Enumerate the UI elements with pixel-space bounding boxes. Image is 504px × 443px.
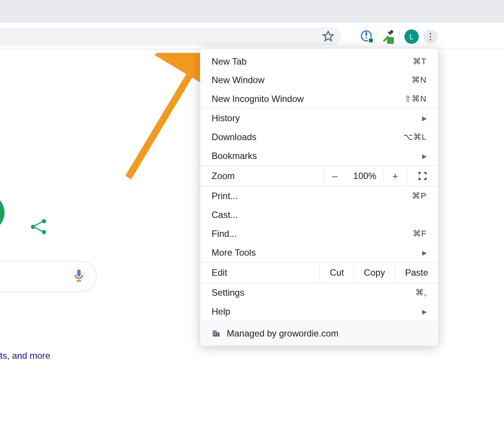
zoom-label: Zoom [200,171,323,181]
address-bar[interactable] [0,28,341,46]
svg-rect-16 [215,333,216,333]
zoom-percent: 100% [346,171,384,181]
menu-edit-row: Edit Cut Copy Paste [200,262,438,283]
extension-icon-2-eyedropper[interactable] [381,29,394,42]
menu-more-tools[interactable]: More Tools ▶ [200,243,438,262]
svg-marker-0 [323,31,333,41]
menu-managed-by[interactable]: Managed by growordie.com [200,321,438,346]
svg-rect-12 [217,332,220,336]
svg-rect-2 [366,32,367,36]
svg-rect-18 [215,334,216,335]
menu-zoom-row: Zoom – 100% + [200,165,438,187]
avatar-letter: L [409,32,413,41]
building-icon [212,329,221,338]
svg-rect-13 [214,331,214,332]
menu-new-window[interactable]: New Window ⌘N [200,71,438,90]
menu-new-tab[interactable]: New Tab ⌘T [200,49,438,71]
footer-link-fragment[interactable]: ts, and more [0,350,50,361]
share-icon[interactable] [31,219,46,234]
submenu-arrow-icon: ▶ [422,115,427,122]
extension-icon-1[interactable] [360,29,373,42]
svg-rect-14 [215,331,216,332]
menu-find[interactable]: Find... ⌘F [200,224,438,243]
google-search-input[interactable] [0,261,97,292]
menu-settings[interactable]: Settings ⌘, [200,283,438,302]
profile-avatar[interactable]: L [404,29,419,44]
google-logo-fragment: e [0,162,5,262]
zoom-out-button[interactable]: – [323,166,346,186]
fullscreen-button[interactable] [406,166,438,186]
submenu-arrow-icon: ▶ [422,308,427,315]
svg-rect-17 [214,334,214,335]
svg-rect-11 [213,330,217,336]
svg-rect-15 [214,333,214,333]
edit-label: Edit [200,267,320,278]
svg-point-3 [366,37,367,39]
extensions-area [360,29,394,42]
chrome-main-menu: New Tab ⌘T New Window ⌘N New Incognito W… [200,48,438,346]
svg-rect-19 [217,333,218,334]
tab-strip [0,0,504,23]
submenu-arrow-icon: ▶ [422,249,427,256]
chrome-menu-button[interactable] [423,29,438,44]
toolbar-divider [400,31,400,42]
menu-new-incognito-window[interactable]: New Incognito Window ⇧⌘N [200,90,438,108]
menu-bookmarks[interactable]: Bookmarks ▶ [200,147,438,165]
play-icon[interactable] [0,194,5,232]
zoom-in-button[interactable]: + [384,166,406,186]
menu-history[interactable]: History ▶ [200,109,438,128]
svg-rect-6 [77,270,80,277]
menu-downloads[interactable]: Downloads ⌥⌘L [200,128,438,147]
edit-paste-button[interactable]: Paste [395,262,438,283]
edit-copy-button[interactable]: Copy [354,262,395,283]
bookmark-star-icon[interactable] [322,30,334,42]
menu-print[interactable]: Print... ⌘P [200,187,438,205]
svg-rect-20 [217,335,218,335]
edit-cut-button[interactable]: Cut [320,262,353,283]
voice-search-icon[interactable] [74,269,84,284]
menu-help[interactable]: Help ▶ [200,302,438,321]
menu-cast[interactable]: Cast... [200,205,438,224]
submenu-arrow-icon: ▶ [422,153,427,160]
svg-point-5 [390,30,393,33]
